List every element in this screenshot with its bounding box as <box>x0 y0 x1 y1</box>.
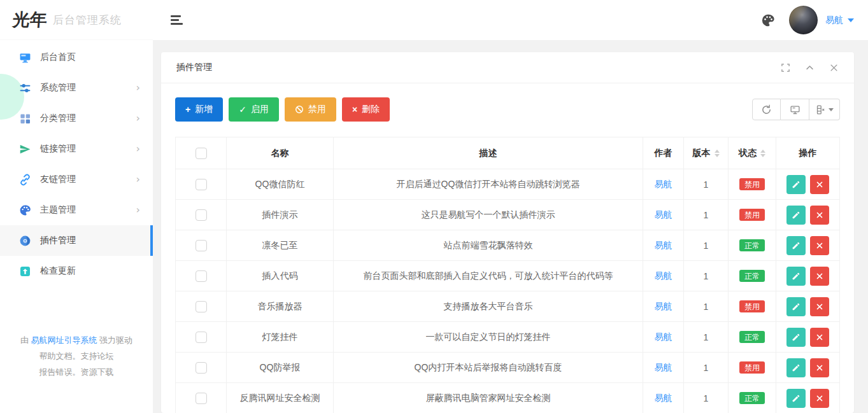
powered-by-line: 由 易航网址引导系统 强力驱动 <box>0 332 153 348</box>
sidebar-item-system[interactable]: 系统管理 › <box>0 73 153 103</box>
plugin-version: 1 <box>684 383 729 413</box>
author-link[interactable]: 易航 <box>655 270 672 281</box>
toolbar: + 新增 ✓ 启用 禁用 × 删除 <box>175 97 840 122</box>
x-icon: × <box>352 105 357 114</box>
sidebar-item-theme[interactable]: 主题管理 › <box>0 195 153 225</box>
plugin-author-cell: 易航 <box>643 353 684 383</box>
disable-button[interactable]: 禁用 <box>285 97 336 122</box>
table-row: 音乐播放器 支持播放各大平台音乐 易航 1 禁用 <box>176 291 840 322</box>
delete-row-button[interactable] <box>810 267 829 286</box>
author-link[interactable]: 易航 <box>655 209 672 220</box>
username: 易航 <box>825 15 843 26</box>
plus-icon: + <box>185 105 190 114</box>
help-doc-link[interactable]: 帮助文档 <box>39 351 73 361</box>
plugin-description: 屏蔽腾讯电脑管家网址安全检测 <box>334 383 643 413</box>
user-avatar[interactable] <box>789 6 818 34</box>
table-header-row: 名称 描述 作者 版本 状态 操作 <box>176 137 840 169</box>
powered-by-link[interactable]: 易航网址引导系统 <box>31 335 97 345</box>
plugin-version: 1 <box>684 322 729 353</box>
select-all-checkbox[interactable] <box>196 148 207 159</box>
column-header-name: 名称 <box>227 137 334 169</box>
edit-button[interactable] <box>786 389 806 408</box>
sidebar-item-label: 后台首页 <box>40 52 140 63</box>
column-header-version[interactable]: 版本 <box>684 137 729 169</box>
row-checkbox[interactable] <box>196 209 207 221</box>
chevron-right-icon: › <box>136 113 140 123</box>
table-row: 凛冬已至 站点前端雪花飘落特效 易航 1 正常 <box>176 230 840 261</box>
username-dropdown[interactable]: 易航 <box>825 15 854 26</box>
add-button[interactable]: + 新增 <box>175 97 223 122</box>
chevron-down-icon <box>848 18 854 22</box>
display-mode-button[interactable] <box>781 99 809 120</box>
row-checkbox[interactable] <box>196 393 207 404</box>
status-badge: 禁用 <box>739 361 765 374</box>
row-checkbox[interactable] <box>196 240 207 251</box>
column-header-status[interactable]: 状态 <box>729 137 776 169</box>
edit-button[interactable] <box>786 175 806 194</box>
enable-button[interactable]: ✓ 启用 <box>229 97 279 122</box>
sidebar-item-links[interactable]: 链接管理 › <box>0 134 153 164</box>
table-row: 插入代码 前台页面头部和底部插入自定义代码，可放入统计平台的代码等 易航 1 正… <box>176 261 840 291</box>
refresh-button[interactable] <box>752 99 781 120</box>
plugin-name: 插入代码 <box>227 261 334 291</box>
delete-row-button[interactable] <box>810 175 829 194</box>
author-link[interactable]: 易航 <box>655 179 672 189</box>
sidebar-item-update[interactable]: 检查更新 <box>0 256 153 286</box>
delete-row-button[interactable] <box>810 358 829 377</box>
row-operations <box>776 169 840 200</box>
delete-row-button[interactable] <box>810 297 829 316</box>
row-checkbox[interactable] <box>196 301 207 312</box>
delete-row-button[interactable] <box>810 389 829 408</box>
theme-palette-button[interactable] <box>761 13 775 27</box>
sidebar-item-friend-links[interactable]: 友链管理 › <box>0 164 153 195</box>
edit-button[interactable] <box>786 358 806 377</box>
content-area: 插件管理 + 新增 <box>153 40 868 413</box>
monitor-icon <box>19 52 31 64</box>
export-columns-button[interactable] <box>809 99 840 120</box>
row-checkbox[interactable] <box>196 179 207 190</box>
delete-button[interactable]: × 删除 <box>342 97 390 122</box>
edit-button[interactable] <box>786 206 806 225</box>
row-checkbox[interactable] <box>196 270 207 282</box>
edit-button[interactable] <box>786 267 806 286</box>
sidebar-item-category[interactable]: 分类管理 › <box>0 103 153 134</box>
row-select-cell <box>176 322 227 353</box>
author-link[interactable]: 易航 <box>655 240 672 250</box>
edit-button[interactable] <box>786 236 806 255</box>
sort-icon[interactable] <box>715 150 720 157</box>
report-error-link[interactable]: 报告错误 <box>39 367 73 377</box>
sidebar: 光年 后台管理系统 后台首页 系统管理 › 分类管理 › <box>0 0 153 413</box>
row-checkbox[interactable] <box>196 332 207 343</box>
support-forum-link[interactable]: 支持论坛 <box>81 351 114 361</box>
edit-button[interactable] <box>786 328 806 347</box>
edit-button[interactable] <box>786 297 806 316</box>
delete-row-button[interactable] <box>810 206 829 225</box>
author-link[interactable]: 易航 <box>655 393 672 403</box>
author-link[interactable]: 易航 <box>655 301 672 311</box>
hamburger-menu-button[interactable] <box>171 13 185 27</box>
fullscreen-button[interactable] <box>781 63 790 73</box>
row-operations <box>776 353 840 383</box>
sort-icon[interactable] <box>760 150 765 157</box>
row-select-cell <box>176 200 227 230</box>
plugin-icon <box>19 235 31 247</box>
chevron-right-icon: › <box>136 174 140 185</box>
delete-row-button[interactable] <box>810 328 829 347</box>
table-row: QQ微信防红 开启后通过QQ微信打开本站将自动跳转浏览器 易航 1 禁用 <box>176 169 840 200</box>
collapse-button[interactable] <box>805 63 815 73</box>
author-link[interactable]: 易航 <box>655 332 672 342</box>
plugin-version: 1 <box>684 261 729 291</box>
sidebar-item-plugins[interactable]: 插件管理 <box>0 225 153 256</box>
plugin-author-cell: 易航 <box>643 200 684 230</box>
row-operations <box>776 230 840 261</box>
status-badge: 正常 <box>739 392 765 404</box>
delete-row-button[interactable] <box>810 236 829 255</box>
plugin-description: 开启后通过QQ微信打开本站将自动跳转浏览器 <box>334 169 643 200</box>
resource-download-link[interactable]: 资源下载 <box>81 367 114 377</box>
close-panel-button[interactable] <box>829 63 839 73</box>
row-checkbox[interactable] <box>196 362 207 374</box>
plugin-name: 凛冬已至 <box>227 230 334 261</box>
author-link[interactable]: 易航 <box>655 362 672 372</box>
sidebar-item-home[interactable]: 后台首页 <box>0 42 153 73</box>
row-select-cell <box>176 383 227 413</box>
